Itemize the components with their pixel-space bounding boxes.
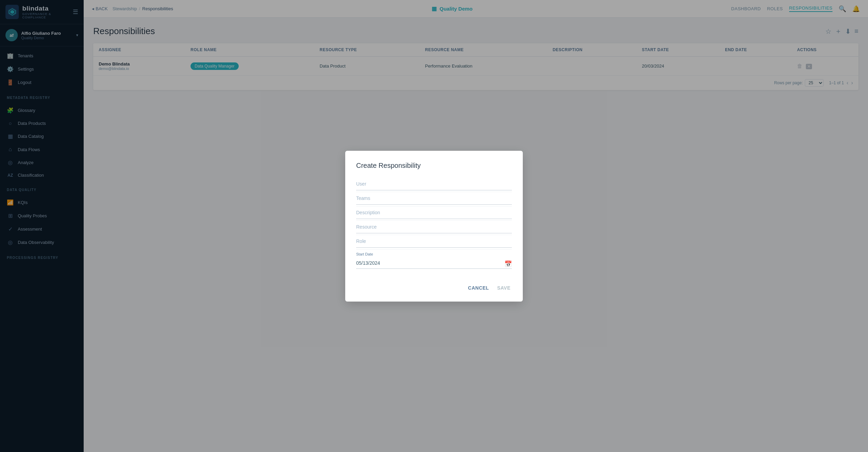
resource-input[interactable] — [356, 221, 512, 233]
role-input[interactable] — [356, 235, 512, 248]
teams-field — [356, 192, 512, 206]
user-input[interactable] — [356, 178, 512, 190]
start-date-field: Start Date 📅 — [356, 252, 512, 269]
teams-input[interactable] — [356, 192, 512, 205]
modal-footer: CANCEL SAVE — [356, 278, 512, 293]
modal-overlay: Create Responsibility Start Date 📅 CANCE… — [0, 0, 868, 452]
resource-field — [356, 221, 512, 235]
create-responsibility-modal: Create Responsibility Start Date 📅 CANCE… — [345, 151, 523, 302]
description-input[interactable] — [356, 206, 512, 219]
modal-title: Create Responsibility — [356, 162, 512, 170]
user-field — [356, 178, 512, 192]
start-date-label: Start Date — [356, 252, 512, 256]
cancel-button[interactable]: CANCEL — [467, 282, 490, 293]
role-field — [356, 235, 512, 249]
description-field — [356, 206, 512, 220]
save-button[interactable]: SAVE — [496, 282, 512, 293]
calendar-icon[interactable]: 📅 — [504, 260, 512, 268]
start-date-input[interactable] — [356, 258, 512, 269]
